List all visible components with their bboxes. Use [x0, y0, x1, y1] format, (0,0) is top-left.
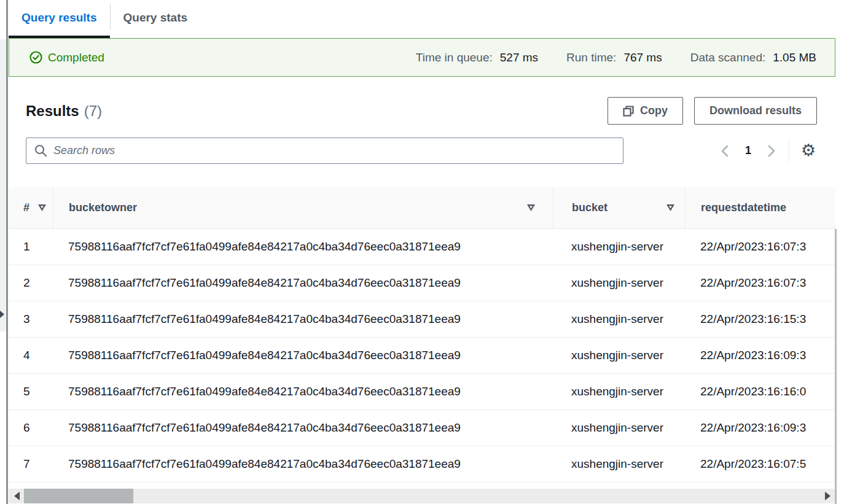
cell-num: 4 [9, 338, 53, 373]
copy-button[interactable]: Copy [608, 97, 683, 125]
cell-num: 5 [9, 374, 53, 409]
cell-requestdatetime: 22/Apr/2023:16:09:3 [685, 410, 835, 446]
sort-icon [526, 204, 536, 212]
copy-button-label: Copy [640, 104, 668, 117]
status-label: Completed [48, 51, 104, 64]
table-row: 2 75988116aaf7fcf7cf7e61fa0499afe84e8421… [9, 265, 835, 301]
tab-query-results-label: Query results [21, 11, 97, 25]
cell-requestdatetime: 22/Apr/2023:16:15:3 [685, 301, 835, 337]
data-scanned-label: Data scanned: [690, 51, 766, 64]
copy-icon [623, 106, 634, 117]
horizontal-scrollbar-thumb[interactable] [24, 489, 133, 503]
cell-bucketowner: 75988116aaf7fcf7cf7e61fa0499afe84e84217a… [53, 410, 553, 446]
sort-icon [666, 204, 675, 212]
cell-bucketowner: 75988116aaf7fcf7cf7e61fa0499afe84e84217a… [53, 301, 553, 337]
download-results-button[interactable]: Download results [694, 97, 817, 125]
results-count: (7) [84, 103, 102, 120]
pagination: 1 ⚙ [714, 139, 821, 163]
cell-bucket: xushengjin-server [553, 410, 685, 446]
cell-num: 3 [9, 301, 53, 337]
cell-bucket: xushengjin-server [553, 446, 685, 482]
search-rows-input[interactable] [26, 138, 623, 164]
cell-requestdatetime: 22/Apr/2023:16:16:0 [685, 374, 835, 409]
table-row: 4 75988116aaf7fcf7cf7e61fa0499afe84e8421… [9, 338, 835, 374]
time-in-queue-stat: Time in queue: 527 ms [416, 51, 538, 64]
sort-icon [37, 204, 47, 212]
cell-requestdatetime: 22/Apr/2023:16:07:5 [685, 446, 835, 482]
column-header-num-label: # [23, 201, 29, 214]
tab-query-stats[interactable]: Query stats [111, 0, 201, 38]
query-status-banner: Completed Time in queue: 527 ms Run time… [9, 38, 835, 77]
column-header-bucketowner-label: bucketowner [69, 201, 137, 214]
pagination-divider [789, 139, 789, 163]
tab-query-stats-label: Query stats [123, 11, 188, 25]
cell-num: 6 [9, 410, 53, 446]
table-row: 5 75988116aaf7fcf7cf7e61fa0499afe84e8421… [9, 374, 835, 410]
data-scanned-stat: Data scanned: 1.05 MB [690, 51, 816, 64]
table-header-row: # bucketowner bucket [9, 187, 835, 229]
query-stats-summary: Time in queue: 527 ms Run time: 767 ms D… [416, 51, 816, 64]
results-title: Results [26, 103, 79, 120]
table-row: 3 75988116aaf7fcf7cf7e61fa0499afe84e8421… [9, 301, 835, 338]
cell-bucket: xushengjin-server [553, 265, 685, 301]
download-results-label: Download results [709, 104, 802, 117]
table-row: 1 75988116aaf7fcf7cf7e61fa0499afe84e8421… [9, 229, 835, 265]
run-time-value: 767 ms [623, 51, 662, 64]
chevron-left-icon [721, 145, 729, 157]
run-time-label: Run time: [566, 51, 616, 64]
cell-bucket: xushengjin-server [553, 338, 685, 373]
check-circle-icon [29, 51, 42, 64]
previous-page-button[interactable] [714, 140, 736, 162]
status-completed: Completed [29, 51, 104, 64]
cell-bucketowner: 75988116aaf7fcf7cf7e61fa0499afe84e84217a… [53, 374, 553, 409]
tab-query-results[interactable]: Query results [9, 0, 110, 38]
time-in-queue-value: 527 ms [500, 51, 538, 64]
search-icon [34, 144, 47, 157]
horizontal-scrollbar[interactable] [9, 489, 835, 503]
table-row: 6 75988116aaf7fcf7cf7e61fa0499afe84e8421… [9, 410, 835, 446]
table-toolbar: 1 ⚙ [9, 138, 835, 164]
cell-bucket: xushengjin-server [553, 301, 685, 337]
next-page-button[interactable] [760, 140, 783, 162]
left-panel-shade [0, 39, 6, 331]
time-in-queue-label: Time in queue: [416, 51, 493, 64]
panel-divider[interactable] [6, 0, 8, 504]
cell-bucketowner: 75988116aaf7fcf7cf7e61fa0499afe84e84217a… [53, 229, 553, 265]
column-header-bucket[interactable]: bucket [553, 187, 685, 228]
search-box [26, 138, 623, 164]
data-scanned-value: 1.05 MB [773, 51, 816, 64]
cell-bucketowner: 75988116aaf7fcf7cf7e61fa0499afe84e84217a… [53, 265, 553, 301]
cell-bucket: xushengjin-server [553, 374, 685, 409]
results-tabs: Query results Query stats [9, 0, 835, 38]
results-actions: Copy Download results [608, 97, 817, 125]
chevron-right-icon [767, 145, 776, 157]
scroll-right-arrow-icon[interactable] [819, 489, 835, 503]
current-page-number[interactable]: 1 [736, 144, 760, 157]
cell-requestdatetime: 22/Apr/2023:16:07:3 [685, 265, 835, 301]
cell-num: 1 [9, 229, 53, 265]
column-header-requestdatetime-label: requestdatetime [701, 201, 786, 214]
results-table: # bucketowner bucket [9, 187, 835, 483]
cell-num: 2 [9, 265, 53, 301]
table-row: 7 75988116aaf7fcf7cf7e61fa0499afe84e8421… [9, 446, 835, 483]
run-time-stat: Run time: 767 ms [566, 51, 662, 64]
vertical-scrollbar[interactable] [835, 229, 837, 504]
cell-requestdatetime: 22/Apr/2023:16:07:3 [685, 229, 835, 265]
left-panel-gutter [0, 0, 8, 504]
query-results-panel: Query results Query stats Completed [0, 0, 844, 504]
cell-bucketowner: 75988116aaf7fcf7cf7e61fa0499afe84e84217a… [53, 338, 553, 373]
column-header-bucketowner[interactable]: bucketowner [53, 187, 553, 228]
cell-bucketowner: 75988116aaf7fcf7cf7e61fa0499afe84e84217a… [53, 446, 553, 482]
cell-num: 7 [9, 446, 53, 482]
preferences-gear-icon[interactable]: ⚙ [795, 142, 821, 159]
column-header-num[interactable]: # [9, 187, 53, 228]
results-header-row: Results (7) Copy Download results [9, 97, 835, 125]
scroll-left-arrow-icon[interactable] [9, 489, 25, 503]
column-header-bucket-label: bucket [572, 201, 608, 214]
cell-bucket: xushengjin-server [553, 229, 685, 265]
cell-requestdatetime: 22/Apr/2023:16:09:3 [685, 338, 835, 373]
column-header-requestdatetime[interactable]: requestdatetime [685, 187, 835, 228]
panel-collapse-caret-icon[interactable] [0, 311, 4, 318]
